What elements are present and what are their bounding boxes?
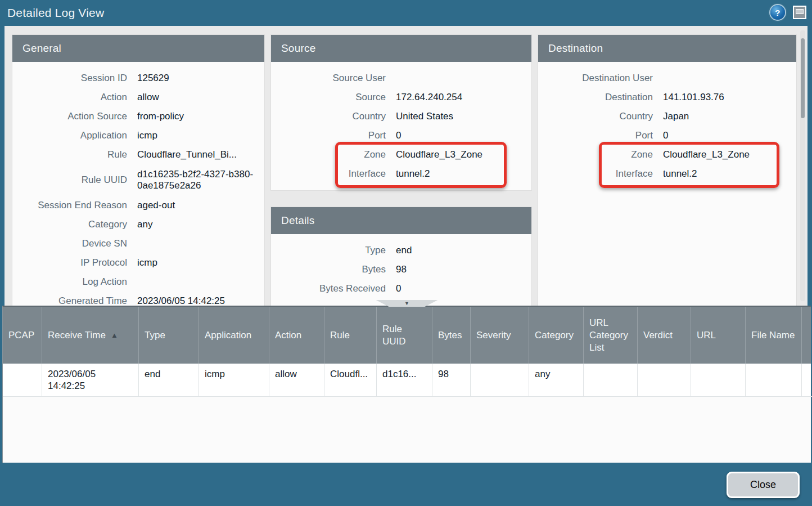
column-header-action[interactable]: Action	[269, 307, 324, 364]
field-row-device-sn: Device SN	[12, 234, 264, 253]
collapse-handle[interactable]: ▼	[376, 300, 438, 307]
field-row-bytes-received: Bytes Received0	[271, 279, 531, 298]
field-row-generated-time: Generated Time2023/06/05 14:42:25	[12, 292, 264, 306]
log-table-row[interactable]: 2023/06/05 14:42:25endicmpallowCloudfl..…	[3, 364, 811, 397]
column-header-label: Application	[205, 329, 251, 342]
field-label: Type	[273, 245, 386, 256]
field-value: allow	[137, 92, 264, 103]
column-header-label: Action	[275, 329, 301, 342]
general-panel-title: General	[12, 35, 264, 62]
field-label: Interface	[540, 168, 653, 180]
column-header-rule-uuid[interactable]: Rule UUID	[377, 307, 432, 364]
field-label: Generated Time	[15, 295, 127, 306]
field-row-port: Port0	[538, 126, 796, 145]
window-restore-icon[interactable]	[793, 6, 806, 19]
field-value: d1c16235-b2f2-4327-b380-0ae1875e2a26	[137, 169, 264, 191]
details-panel-body: TypeendBytes98Bytes Received0	[271, 234, 531, 298]
field-label: Action	[15, 92, 127, 103]
column-header-url[interactable]: URL	[691, 307, 746, 364]
sort-asc-icon: ▲	[111, 329, 118, 342]
field-label: Device SN	[15, 238, 127, 249]
field-row-country: CountryUnited States	[271, 107, 531, 126]
field-value: 0	[663, 130, 796, 141]
field-value: 172.64.240.254	[396, 92, 531, 103]
vertical-scrollbar-thumb[interactable]	[801, 38, 805, 118]
chevron-down-icon: ▼	[404, 301, 409, 306]
field-row-destination-user: Destination User	[538, 69, 796, 88]
field-label: Rule	[15, 149, 127, 160]
cell-application: icmp	[199, 364, 269, 397]
field-row-category: Categoryany	[12, 215, 264, 234]
field-value: icmp	[137, 130, 264, 141]
column-header-file-name[interactable]: File Name	[746, 307, 802, 364]
column-header-category[interactable]: Category	[529, 307, 584, 364]
field-label: Rule UUID	[15, 174, 127, 186]
window-restore-icon-inner	[796, 9, 804, 14]
destination-panel-body: Destination UserDestination141.101.93.76…	[538, 62, 796, 183]
column-header-type[interactable]: Type	[139, 307, 199, 364]
column-header-verdict[interactable]: Verdict	[638, 307, 691, 364]
cell-url	[691, 364, 746, 397]
cell-action: allow	[269, 364, 324, 397]
column-header-label: URL Category List	[589, 317, 631, 354]
field-value: United States	[396, 111, 531, 122]
field-row-interface: Interfacetunnel.2	[538, 164, 796, 183]
field-value: 0	[396, 283, 531, 294]
destination-panel-title: Destination	[538, 35, 796, 62]
column-header-application[interactable]: Application	[199, 307, 269, 364]
field-row-log-action: Log Action	[12, 272, 264, 292]
dialog-title: Detailed Log View	[7, 6, 104, 20]
field-label: Session ID	[15, 73, 127, 84]
close-button[interactable]: Close	[727, 472, 800, 498]
field-row-session-end-reason: Session End Reasonaged-out	[12, 196, 264, 215]
field-label: IP Protocol	[15, 257, 127, 268]
field-label: Destination User	[540, 73, 653, 84]
field-label: Source	[273, 92, 386, 103]
field-row-zone: ZoneCloudflare_L3_Zone	[271, 145, 531, 164]
field-label: Destination	[540, 92, 653, 103]
field-value: Cloudflare_L3_Zone	[663, 149, 796, 160]
column-header-label: Type	[145, 329, 165, 342]
help-icon[interactable]: ?	[770, 5, 785, 20]
column-header-pcap[interactable]: PCAP	[3, 307, 42, 364]
column-header-label: Severity	[476, 329, 511, 342]
source-panel-body: Source UserSource172.64.240.254CountryUn…	[271, 62, 531, 183]
field-label: Application	[15, 130, 127, 141]
field-row-application: Applicationicmp	[12, 126, 264, 145]
field-label: Port	[273, 130, 386, 141]
column-header-label: Verdict	[643, 329, 673, 342]
field-value: tunnel.2	[663, 168, 796, 180]
field-label: Zone	[540, 149, 653, 160]
column-header-label: File Name	[751, 329, 795, 342]
field-row-source: Source172.64.240.254	[271, 88, 531, 107]
field-label: Interface	[273, 168, 386, 180]
cell-pcap	[3, 364, 42, 397]
field-label: Zone	[273, 149, 386, 160]
field-row-rule-uuid: Rule UUIDd1c16235-b2f2-4327-b380-0ae1875…	[12, 164, 264, 196]
source-panel-title: Source	[271, 35, 531, 62]
log-table-dock: ▼ PCAPReceive Time▲TypeApplicationAction…	[2, 306, 811, 463]
field-row-source-user: Source User	[271, 69, 531, 88]
column-header-severity[interactable]: Severity	[471, 307, 529, 364]
column-header-label: Category	[535, 329, 574, 342]
column-header-label: PCAP	[8, 329, 34, 342]
field-value: 0	[396, 130, 531, 141]
cell-filler	[802, 364, 812, 397]
column-header-rule[interactable]: Rule	[324, 307, 377, 364]
field-row-zone: ZoneCloudflare_L3_Zone	[538, 145, 796, 164]
field-row-bytes: Bytes98	[271, 260, 531, 279]
log-detail-content: General Session ID125629ActionallowActio…	[4, 26, 808, 306]
cell-verdict	[638, 364, 691, 397]
column-header-filler	[802, 307, 812, 364]
cell-rule: Cloudfl...	[324, 364, 377, 397]
general-panel-body: Session ID125629ActionallowAction Source…	[12, 62, 264, 306]
field-row-destination: Destination141.101.93.76	[538, 88, 796, 107]
field-row-port: Port0	[271, 126, 531, 145]
field-value: aged-out	[137, 200, 264, 211]
column-header-receive-time[interactable]: Receive Time▲	[42, 307, 139, 364]
column-header-url-category-list[interactable]: URL Category List	[584, 307, 638, 364]
destination-panel: Destination Destination UserDestination1…	[538, 35, 796, 306]
column-header-bytes[interactable]: Bytes	[432, 307, 471, 364]
column-header-label: Rule UUID	[382, 323, 426, 348]
field-value: any	[137, 219, 264, 230]
